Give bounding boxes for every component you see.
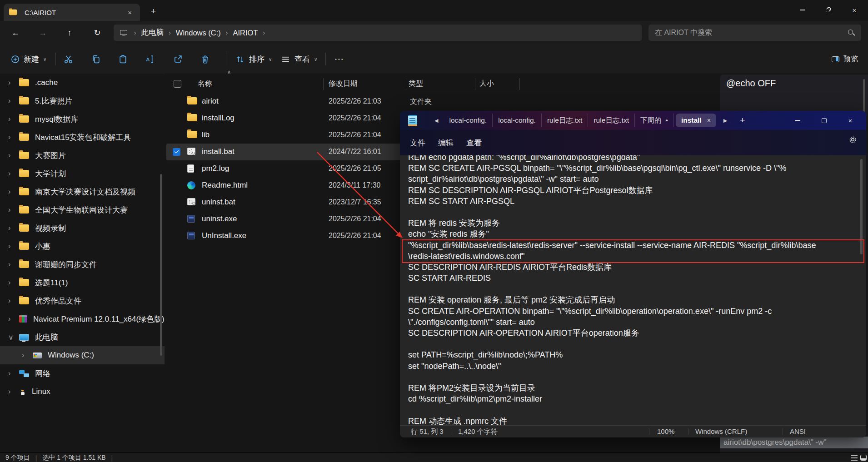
sidebar-item[interactable]: › Navicat Premium 12.0.11_x64(绿色版) xyxy=(0,310,165,328)
restore-button[interactable] xyxy=(818,0,839,20)
chevron-down-icon: ∨ xyxy=(269,57,272,62)
tree-chevron-icon[interactable]: › xyxy=(8,97,19,105)
tab-close-icon[interactable]: × xyxy=(125,9,135,16)
notepad-close-button[interactable]: × xyxy=(837,111,863,130)
settings-gear-icon[interactable] xyxy=(848,135,857,144)
column-divider[interactable] xyxy=(406,78,406,90)
tree-chevron-icon[interactable]: › xyxy=(8,169,19,178)
sidebar-item[interactable]: › 优秀作品文件 xyxy=(0,292,165,310)
tree-chevron-icon[interactable]: › xyxy=(8,79,19,87)
notepad-tab[interactable]: local-config. ● × xyxy=(493,114,542,127)
sidebar-item[interactable]: › 南京大学决赛设计文档及视频 xyxy=(0,183,165,201)
sidebar-item[interactable]: › Linux xyxy=(0,383,165,401)
tab-scroll-right-icon[interactable]: ▶ xyxy=(718,118,733,124)
tree-chevron-icon[interactable]: › xyxy=(8,206,19,214)
notepad-tab[interactable]: install ● × xyxy=(676,114,716,127)
menu-item[interactable]: 查看 xyxy=(460,138,488,148)
tree-chevron-icon[interactable]: › xyxy=(8,297,19,305)
back-button[interactable]: ← xyxy=(9,26,22,39)
thumbnail-view-button[interactable] xyxy=(860,455,867,461)
menu-item[interactable]: 文件 xyxy=(404,138,432,148)
sort-button[interactable]: 排序 ∨ xyxy=(235,45,272,74)
sidebar-item[interactable]: › .cache xyxy=(0,74,165,92)
sidebar-scrollbar[interactable] xyxy=(160,174,162,356)
file-row[interactable]: airiot 2025/2/26 21:03 文件夹 xyxy=(166,93,717,110)
sidebar-item[interactable]: › Windows (C:) xyxy=(0,346,165,364)
search-input[interactable]: 在 AIRIOT 中搜索 xyxy=(649,25,861,41)
notepad-text-area[interactable]: REM echo pgdata path: "%script_dir%airio… xyxy=(400,155,866,425)
sidebar-item[interactable]: › 大赛图片 xyxy=(0,146,165,164)
column-header-date[interactable]: 修改日期 xyxy=(329,75,358,92)
tree-chevron-icon[interactable]: › xyxy=(8,242,19,250)
tree-chevron-icon[interactable]: › xyxy=(22,351,33,359)
sidebar-item[interactable]: › 大学计划 xyxy=(0,164,165,183)
tree-chevron-icon[interactable]: › xyxy=(8,387,19,396)
refresh-button[interactable]: ↻ xyxy=(91,26,104,39)
up-button[interactable]: ↑ xyxy=(63,26,76,39)
chevron-right-icon: › xyxy=(129,29,141,36)
view-button[interactable]: 查看 ∨ xyxy=(281,45,317,74)
tree-chevron-icon[interactable]: ∨ xyxy=(8,333,19,342)
close-button[interactable]: × xyxy=(844,0,865,20)
explorer-tab[interactable]: C:\AIRIOT × xyxy=(4,4,140,21)
column-header-type[interactable]: 类型 xyxy=(409,75,423,92)
notepad-scrollbar[interactable] xyxy=(860,159,863,254)
file-date: 2025/2/26 21:04 xyxy=(329,131,381,139)
new-tab-button[interactable]: + xyxy=(151,6,156,16)
notepad-tab[interactable]: 下周的 ● × xyxy=(635,114,674,127)
tab-scroll-left-icon[interactable]: ◀ xyxy=(429,118,444,124)
sidebar-item[interactable]: ∨ 此电脑 xyxy=(0,328,165,346)
sidebar-item[interactable]: › 小惠 xyxy=(0,237,165,255)
column-header-size[interactable]: 大小 xyxy=(479,75,494,92)
sidebar-item[interactable]: › 5.比赛照片 xyxy=(0,92,165,110)
sidebar-item[interactable]: › 选题11(1) xyxy=(0,273,165,292)
tree-chevron-icon[interactable]: › xyxy=(8,369,19,378)
tree-chevron-icon[interactable]: › xyxy=(8,133,19,141)
breadcrumb-item[interactable]: 此电脑 xyxy=(141,28,164,38)
tree-chevron-icon[interactable]: › xyxy=(8,151,19,159)
paste-button[interactable] xyxy=(118,45,128,74)
notepad-tab[interactable]: rule日志.txt ● × xyxy=(542,114,589,127)
new-button[interactable]: 新建 ∨ xyxy=(11,45,46,74)
tree-chevron-icon[interactable]: › xyxy=(8,315,19,323)
column-divider[interactable] xyxy=(475,78,475,90)
tree-chevron-icon[interactable]: › xyxy=(8,260,19,268)
notepad-maximize-button[interactable] xyxy=(811,111,837,130)
details-view-button[interactable] xyxy=(851,455,858,461)
column-header-name[interactable]: 名称 xyxy=(198,75,212,92)
tree-chevron-icon[interactable]: › xyxy=(8,115,19,123)
rename-button[interactable]: A xyxy=(145,45,155,74)
sidebar-item-icon xyxy=(19,152,29,159)
tree-chevron-icon[interactable]: › xyxy=(8,224,19,232)
minimize-button[interactable] xyxy=(792,0,813,20)
breadcrumb-item[interactable]: Windows (C:) xyxy=(176,29,221,37)
preview-toggle-button[interactable]: 预览 xyxy=(832,45,858,74)
share-button[interactable] xyxy=(173,45,183,74)
more-button[interactable]: ⋯ xyxy=(334,45,344,74)
delete-button[interactable] xyxy=(200,45,210,74)
row-checkbox[interactable] xyxy=(173,148,180,156)
tab-close-icon[interactable]: × xyxy=(707,117,711,124)
forward-button[interactable]: → xyxy=(36,26,49,39)
sidebar-item[interactable]: › 谢珊姗的同步文件 xyxy=(0,255,165,273)
tree-chevron-icon[interactable]: › xyxy=(8,188,19,196)
file-icon xyxy=(187,164,194,173)
menu-item[interactable]: 编辑 xyxy=(432,138,460,148)
cut-button[interactable] xyxy=(64,45,73,74)
sidebar-item[interactable]: › 全国大学生物联网设计大赛 xyxy=(0,201,165,219)
notepad-tab[interactable]: local-config. ● × xyxy=(444,114,493,127)
copy-button[interactable] xyxy=(91,45,101,74)
breadcrumb-item[interactable]: AIRIOT xyxy=(233,29,258,37)
text-line xyxy=(408,283,860,294)
select-all-checkbox[interactable] xyxy=(174,80,181,88)
sidebar-item[interactable]: › mysql数据库 xyxy=(0,110,165,128)
column-divider[interactable] xyxy=(323,78,324,90)
notepad-minimize-button[interactable] xyxy=(784,111,811,130)
tree-chevron-icon[interactable]: › xyxy=(8,278,19,287)
sidebar-item[interactable]: › Navicat15安装包和破解工具 xyxy=(0,128,165,146)
column-divider[interactable] xyxy=(519,78,520,90)
sidebar-item[interactable]: › 网络 xyxy=(0,364,165,383)
notepad-new-tab-button[interactable]: + xyxy=(733,115,752,125)
sidebar-item[interactable]: › 视频录制 xyxy=(0,219,165,237)
notepad-tab[interactable]: rule日志.txt ● × xyxy=(588,114,635,127)
